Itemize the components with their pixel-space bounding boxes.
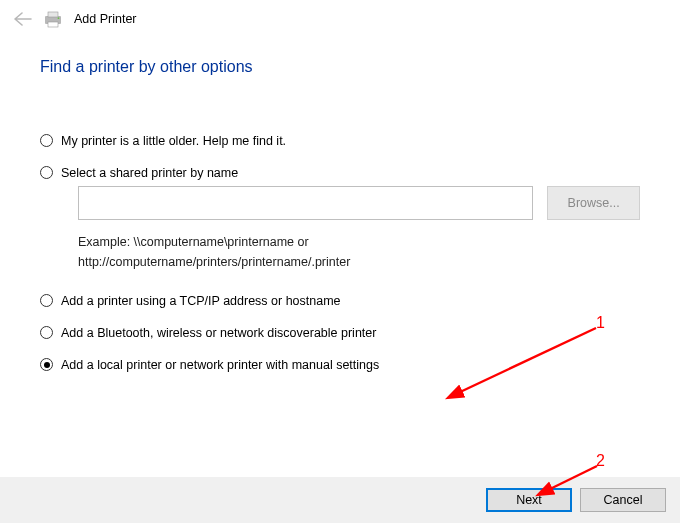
annotation-arrow-2 [0, 0, 680, 523]
svg-line-5 [548, 466, 597, 490]
